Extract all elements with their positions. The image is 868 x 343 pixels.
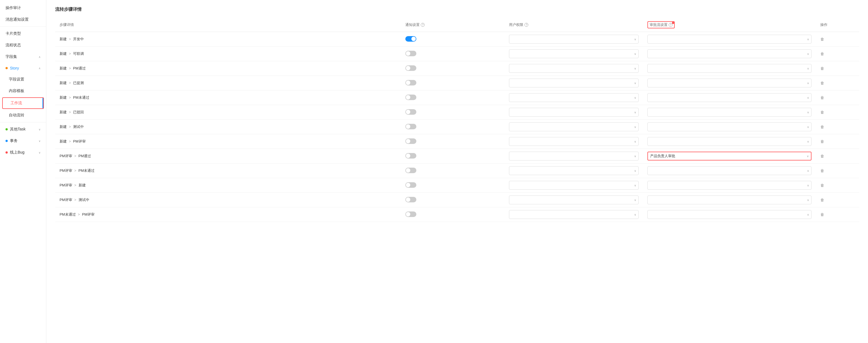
step-cell-7: 新建 > PM评审 [55,134,401,149]
sidebar-item-auto-flow[interactable]: 自动流转 [0,110,46,121]
approval-select-11[interactable]: ∨ [647,195,811,204]
approval-caret-4: ∨ [807,96,809,99]
approval-select-6[interactable]: ∨ [647,122,811,131]
step-arrow-icon-8: > [74,154,76,158]
step-to-0: 开发中 [73,37,84,42]
delete-btn-2[interactable]: 🗑 [820,66,824,70]
step-from-8: PM评审 [60,154,72,159]
toggle-cell-12 [401,207,504,222]
delete-btn-1[interactable]: 🗑 [820,52,824,56]
page-title: 流转步骤详情 [55,7,859,12]
approval-select-1[interactable]: ∨ [647,49,811,58]
user-perm-select-10[interactable]: ∨ [509,181,639,190]
sidebar-item-audit[interactable]: 操作审计 [0,2,46,14]
affairs-dot-icon [5,140,8,142]
sidebar-item-other-task[interactable]: 其他Task ∨ [0,124,46,135]
toggle-3[interactable] [405,80,416,86]
toggle-8[interactable] [405,153,416,159]
story-chevron-up-icon: ∧ [39,67,40,70]
approval-caret-3: ∨ [807,82,809,85]
sidebar-item-story[interactable]: Story ∧ [0,63,46,73]
other-task-chevron-icon: ∨ [39,128,40,131]
delete-btn-0[interactable]: 🗑 [820,37,824,41]
toggle-6[interactable] [405,124,416,129]
user-perm-select-8[interactable]: ∨ [509,152,639,160]
sidebar-item-card-type[interactable]: 卡片类型 [0,28,46,39]
approval-select-12[interactable]: ∨ [647,210,811,219]
sidebar-item-notification[interactable]: 消息通知设置 [0,14,46,25]
delete-btn-5[interactable]: 🗑 [820,110,824,115]
notification-info-icon[interactable]: ? [421,23,425,27]
delete-btn-8[interactable]: 🗑 [820,154,824,158]
toggle-0[interactable] [405,36,416,42]
user-perm-info-icon[interactable]: ? [524,23,528,27]
user-perm-select-0[interactable]: ∨ [509,35,639,43]
user-perm-select-1[interactable]: ∨ [509,49,639,58]
toggle-1[interactable] [405,51,416,56]
user-perm-select-3[interactable]: ∨ [509,79,639,87]
sidebar-item-notification-label: 消息通知设置 [5,17,29,22]
user-perm-caret-4: ∨ [634,96,636,99]
sidebar-item-field-set[interactable]: 字段集 ∧ [0,51,46,63]
step-from-1: 新建 [60,51,67,56]
approval-select-8[interactable]: 产品负责人审批 ∨ [647,152,811,160]
toggle-12[interactable] [405,212,416,217]
sidebar-item-story-label: Story [10,66,19,70]
approval-select-9[interactable]: ∨ [647,166,811,175]
sidebar-item-flow-status[interactable]: 流程状态 [0,39,46,51]
step-arrow-icon-1: > [69,52,71,56]
sidebar-item-workflow[interactable]: 工作流 [2,97,44,109]
delete-btn-3[interactable]: 🗑 [820,81,824,85]
approval-select-7[interactable]: ∨ [647,137,811,146]
active-line [42,98,43,108]
step-cell-4: 新建 > PM未通过 [55,90,401,105]
delete-btn-7[interactable]: 🗑 [820,139,824,144]
th-approval: 审批流设置 ? [643,18,816,32]
approval-select-10[interactable]: ∨ [647,181,811,190]
step-cell-5: 新建 > 已驳回 [55,105,401,120]
toggle-2[interactable] [405,65,416,71]
user-perm-caret-9: ∨ [634,169,636,172]
approval-cell-11: ∨ [643,193,816,207]
sidebar-item-content-template[interactable]: 内容模板 [0,85,46,97]
delete-btn-11[interactable]: 🗑 [820,198,824,202]
delete-btn-12[interactable]: 🗑 [820,212,824,217]
toggle-5[interactable] [405,109,416,115]
sidebar-item-content-template-label: 内容模板 [9,89,24,93]
sidebar-item-field-settings[interactable]: 字段设置 [0,73,46,85]
sidebar-item-affairs[interactable]: 事务 ∨ [0,135,46,147]
step-cell-2: 新建 > PM通过 [55,61,401,76]
toggle-11[interactable] [405,197,416,202]
user-perm-caret-6: ∨ [634,125,636,128]
delete-btn-9[interactable]: 🗑 [820,168,824,173]
user-perm-select-6[interactable]: ∨ [509,122,639,131]
toggle-10[interactable] [405,182,416,188]
sidebar-item-online-bug[interactable]: 线上Bug ∨ [0,147,46,158]
approval-select-0[interactable]: ∨ [647,35,811,43]
approval-caret-6: ∨ [807,125,809,128]
approval-cell-1: ∨ [643,46,816,61]
approval-select-4[interactable]: ∨ [647,93,811,102]
approval-caret-8: ∨ [807,155,809,158]
approval-select-3[interactable]: ∨ [647,79,811,87]
delete-btn-4[interactable]: 🗑 [820,95,824,100]
delete-btn-10[interactable]: 🗑 [820,183,824,187]
user-perm-select-2[interactable]: ∨ [509,64,639,73]
user-perm-select-4[interactable]: ∨ [509,93,639,102]
user-perm-select-9[interactable]: ∨ [509,166,639,175]
user-perm-select-12[interactable]: ∨ [509,210,639,219]
toggle-4[interactable] [405,95,416,100]
user-perm-select-11[interactable]: ∨ [509,195,639,204]
delete-btn-6[interactable]: 🗑 [820,125,824,129]
approval-select-2[interactable]: ∨ [647,64,811,73]
user-perm-select-5[interactable]: ∨ [509,108,639,117]
toggle-9[interactable] [405,168,416,173]
action-cell-8: 🗑 [816,149,859,163]
toggle-7[interactable] [405,138,416,144]
toggle-cell-1 [401,46,504,61]
user-perm-caret-0: ∨ [634,38,636,41]
toggle-cell-4 [401,90,504,105]
toggle-cell-9 [401,163,504,178]
user-perm-select-7[interactable]: ∨ [509,137,639,146]
approval-select-5[interactable]: ∨ [647,108,811,117]
